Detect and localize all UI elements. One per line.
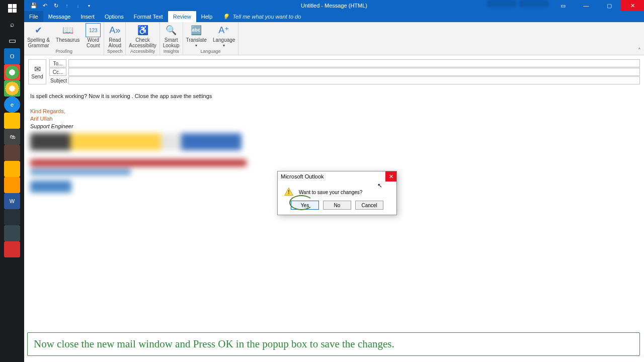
collapse-ribbon-button[interactable]: ˄ bbox=[638, 47, 641, 54]
save-icon: 💾 bbox=[30, 3, 37, 9]
ribbon-group-insights: 🔍Smart Lookup Insights bbox=[160, 22, 183, 55]
start-button[interactable] bbox=[0, 0, 24, 16]
ribbon-group-language: 🔤Translate▾ A⁺Language▾ Language bbox=[183, 22, 239, 55]
dialog-cancel-button[interactable]: Cancel bbox=[355, 201, 383, 210]
chevron-down-icon: ▾ bbox=[223, 43, 225, 48]
taskbar-app-generic1[interactable] bbox=[0, 161, 24, 177]
tab-help[interactable]: Help bbox=[196, 11, 218, 22]
signature-title: Support Engineer bbox=[30, 123, 638, 130]
send-icon: ✉ bbox=[34, 64, 41, 74]
warning-icon: ! bbox=[284, 187, 294, 198]
taskbar-app-files[interactable] bbox=[0, 113, 24, 129]
close-button[interactable]: ✕ bbox=[621, 0, 644, 11]
smart-lookup-button[interactable]: 🔍Smart Lookup bbox=[160, 22, 183, 48]
dialog-titlebar: Microsoft Outlook ✕ bbox=[278, 171, 396, 182]
dialog-message: Want to save your changes? bbox=[299, 190, 362, 195]
minimize-button[interactable]: — bbox=[575, 0, 598, 11]
instruction-callout: Now close the new mail window and Press … bbox=[27, 332, 640, 356]
taskbar-app-word[interactable]: W bbox=[0, 193, 24, 209]
save-qat-button[interactable]: 💾 bbox=[28, 0, 39, 11]
spelling-label: Spelling & Grammar bbox=[27, 37, 50, 48]
windows-taskbar: ⌕ ▭ O e 🛍 W bbox=[0, 0, 24, 362]
wordcount-icon: 123 bbox=[86, 23, 101, 37]
taskbar-app-explorer[interactable] bbox=[0, 145, 24, 161]
tab-insert[interactable]: Insert bbox=[75, 11, 100, 22]
lightbulb-icon: 💡 bbox=[222, 14, 229, 20]
task-view-button[interactable]: ▭ bbox=[0, 32, 24, 48]
taskbar-app-edge[interactable]: e bbox=[0, 97, 24, 113]
tab-message[interactable]: Message bbox=[43, 11, 76, 22]
dialog-close-button[interactable]: ✕ bbox=[385, 171, 396, 182]
tell-me-label: Tell me what you want to do bbox=[232, 14, 301, 20]
qat-customize[interactable]: ▾ bbox=[84, 0, 95, 11]
dialog-title: Microsoft Outlook bbox=[281, 173, 324, 179]
window-title: Untitled - Message (HTML) bbox=[301, 3, 367, 9]
taskbar-app-store[interactable]: 🛍 bbox=[0, 129, 24, 145]
blurred-account-1 bbox=[487, 0, 516, 7]
search-icon: ⌕ bbox=[10, 20, 14, 28]
thesaurus-button[interactable]: 📖Thesaurus bbox=[53, 22, 83, 48]
smartlookup-label: Smart Lookup bbox=[163, 37, 180, 48]
readaloud-icon: A» bbox=[107, 23, 122, 37]
search-button[interactable]: ⌕ bbox=[0, 16, 24, 32]
taskbar-app-chrome2[interactable] bbox=[0, 80, 24, 97]
spelling-grammar-button[interactable]: ✔Spelling & Grammar bbox=[24, 22, 53, 48]
maximize-icon: ▢ bbox=[607, 3, 612, 9]
titlebar: 💾 ↶ ↻ ↑ ↓ ▾ Untitled - Message (HTML) ▭ … bbox=[24, 0, 644, 11]
tab-format-text[interactable]: Format Text bbox=[129, 11, 168, 22]
taskbar-app-generic4[interactable] bbox=[0, 225, 24, 241]
taskbar-app-generic3[interactable] bbox=[0, 209, 24, 225]
subject-input[interactable] bbox=[68, 76, 640, 84]
word-count-button[interactable]: 123Word Count bbox=[83, 22, 104, 48]
language-label: Language bbox=[213, 37, 235, 43]
quick-access-toolbar: 💾 ↶ ↻ ↑ ↓ ▾ bbox=[28, 0, 95, 11]
group-label-speech: Speech bbox=[104, 48, 125, 55]
accessibility-label: Check Accessibility bbox=[129, 37, 156, 48]
compose-header: ✉ Send To... Cc... Subject bbox=[24, 55, 644, 86]
taskbar-app-outlook[interactable]: O bbox=[0, 48, 24, 64]
qat-arrow-down[interactable]: ↓ bbox=[72, 0, 84, 11]
translate-label: Translate bbox=[186, 37, 207, 43]
ribbon-display-button[interactable]: ▭ bbox=[551, 0, 575, 11]
chevron-up-icon: ˄ bbox=[638, 47, 641, 53]
tab-review[interactable]: Review bbox=[168, 11, 196, 22]
redo-icon: ↻ bbox=[54, 3, 58, 9]
save-changes-dialog: Microsoft Outlook ✕ ! Want to save your … bbox=[277, 171, 397, 215]
wordcount-label: Word Count bbox=[87, 37, 100, 48]
dialog-yes-button[interactable]: Yes bbox=[291, 201, 319, 210]
cc-input[interactable] bbox=[68, 68, 640, 76]
ribbon-group-proofing: ✔Spelling & Grammar 📖Thesaurus 123Word C… bbox=[24, 22, 104, 55]
translate-button[interactable]: 🔤Translate▾ bbox=[183, 22, 210, 48]
taskbar-app-generic5[interactable] bbox=[0, 241, 24, 257]
ribbon-group-speech: A»Read Aloud Speech bbox=[104, 22, 126, 55]
maximize-button[interactable]: ▢ bbox=[598, 0, 621, 11]
translate-icon: 🔤 bbox=[189, 23, 204, 37]
window-controls: ▭ — ▢ ✕ bbox=[487, 0, 644, 11]
tab-options[interactable]: Options bbox=[100, 11, 129, 22]
close-icon: ✕ bbox=[389, 173, 393, 180]
send-button[interactable]: ✉ Send bbox=[28, 59, 46, 84]
dialog-no-button[interactable]: No bbox=[323, 201, 351, 210]
to-button[interactable]: To... bbox=[49, 59, 66, 67]
taskbar-app-chrome[interactable] bbox=[0, 64, 24, 80]
qat-arrow-up[interactable]: ↑ bbox=[61, 0, 72, 11]
spelling-icon: ✔ bbox=[31, 23, 46, 37]
language-button[interactable]: A⁺Language▾ bbox=[210, 22, 238, 48]
taskview-icon: ▭ bbox=[9, 36, 16, 45]
body-line1: Is spell check working? Now it is workin… bbox=[30, 93, 638, 100]
group-label-language: Language bbox=[183, 48, 238, 55]
tell-me-search[interactable]: 💡 Tell me what you want to do bbox=[217, 11, 301, 22]
taskbar-app-generic2[interactable] bbox=[0, 177, 24, 193]
to-input[interactable] bbox=[68, 59, 640, 67]
redo-qat-button[interactable]: ↻ bbox=[50, 0, 61, 11]
thesaurus-icon: 📖 bbox=[60, 23, 75, 37]
undo-icon: ↶ bbox=[43, 3, 47, 9]
send-label: Send bbox=[31, 74, 43, 79]
tab-file[interactable]: File bbox=[24, 11, 43, 22]
cc-button[interactable]: Cc... bbox=[49, 68, 66, 76]
group-label-insights: Insights bbox=[160, 48, 183, 55]
read-aloud-button[interactable]: A»Read Aloud bbox=[104, 22, 125, 48]
check-accessibility-button[interactable]: ♿Check Accessibility bbox=[126, 22, 159, 48]
readaloud-label: Read Aloud bbox=[108, 37, 121, 48]
undo-qat-button[interactable]: ↶ bbox=[39, 0, 50, 11]
